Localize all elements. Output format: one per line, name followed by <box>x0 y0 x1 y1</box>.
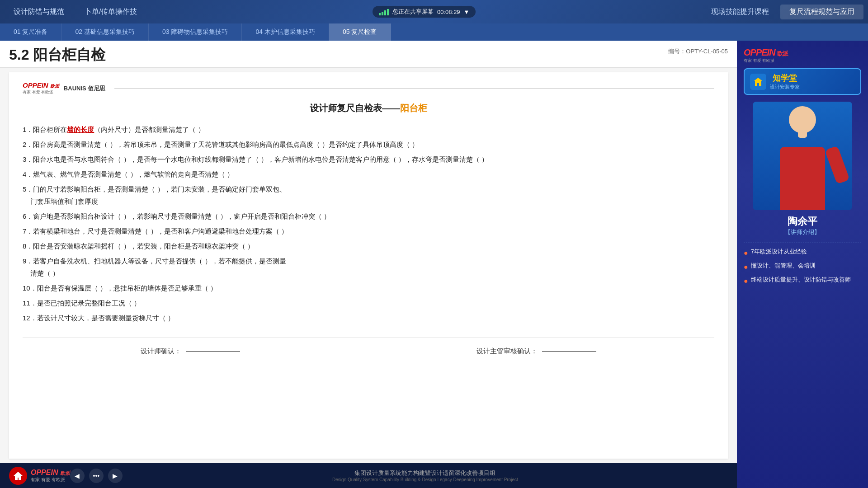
list-item: 4．燃气表、燃气管是否测量清楚（ ），燃气软管的走向是否清楚（ ） <box>23 168 714 180</box>
bullet-item-2: ● 懂设计、能管理、会培训 <box>744 260 861 274</box>
bullet-item-1: ● 7年欧派设计从业经验 <box>744 246 861 260</box>
bottom-logo-text: OPPEIN 欧派 <box>31 469 70 477</box>
signal-icon <box>379 8 389 15</box>
sub-nav-01[interactable]: 01 复尺准备 <box>0 23 61 41</box>
bullet-item-3: ● 终端设计质量提升、设计防错与改善师 <box>744 274 861 288</box>
sub-nav-02[interactable]: 02 基础信息采集技巧 <box>61 23 148 41</box>
teacher-arm <box>825 145 850 184</box>
bullet-text-2: 懂设计、能管理、会培训 <box>751 261 816 270</box>
list-item: 7．若有横梁和地台，尺寸是否测量清楚（ ），是否和客户沟通避梁和地台处理方案（ … <box>23 225 714 237</box>
designer-confirm: 设计师确认： <box>141 347 240 356</box>
oppein-brand-right: OPPEIN 欧派 有家 有爱 有欧派 <box>744 47 861 64</box>
manager-confirm-label: 设计主管审核确认： <box>476 347 538 356</box>
teacher-name: 陶余平 <box>788 215 817 228</box>
bottom-logo: OPPEIN 欧派 有家 有爱 有欧派 <box>9 467 70 485</box>
teacher-intro-label: 【讲师介绍】 <box>785 228 820 236</box>
bottom-bar: OPPEIN 欧派 有家 有爱 有欧派 ◀ ••• ▶ 集团设计质量系统能力构建… <box>0 463 737 488</box>
slide-main-title: 5.2 阳台柜自检 <box>9 45 105 65</box>
house-study-icon <box>753 77 763 87</box>
list-item: 2．阳台房高是否测量清楚（ ），若吊顶未吊，是否测量了天花管道或其他影响房高的最… <box>23 138 714 150</box>
teacher-neck <box>798 129 807 138</box>
slide-area: 5.2 阳台柜自检 编号：OPTY-CL-05-05 OPPEIN 欧派 有家 … <box>0 41 737 488</box>
bullet-text-1: 7年欧派设计从业经验 <box>751 247 807 256</box>
zhixuetang-subtitle: 设计安装专家 <box>770 84 800 90</box>
doc-main-title: 设计师复尺自检表——阳台柜 <box>23 102 714 114</box>
separator-line <box>114 88 714 89</box>
project-name-cn: 集团设计质量系统能力构建暨设计遗留深化改善项目组 <box>141 469 710 477</box>
teacher-body <box>780 147 825 210</box>
document-content: OPPEIN 欧派 有家 有爱 有欧派 BAUNIS 佰尼思 设计师复尺自检表—… <box>9 72 728 459</box>
designer-confirm-line <box>186 351 240 352</box>
teacher-image <box>753 102 852 210</box>
menu-button[interactable]: ••• <box>89 469 104 483</box>
divider <box>744 243 861 243</box>
brand-logos: OPPEIN 欧派 有家 有爱 有欧派 BAUNIS 佰尼思 <box>23 81 105 95</box>
bottom-logo-icon <box>9 467 27 485</box>
sub-nav-03[interactable]: 03 障碍物信息采集技巧 <box>149 23 242 41</box>
bottom-logo-sub: 有家 有爱 有欧派 <box>31 477 70 483</box>
bullet-dot-1: ● <box>744 248 748 258</box>
prev-button[interactable]: ◀ <box>70 469 85 483</box>
top-navigation: 设计防错与规范 卜单/传单操作技 忽正在共享屏幕 00:08:29 ▼ 现场技能… <box>0 0 868 23</box>
slide-title-bar: 5.2 阳台柜自检 编号：OPTY-CL-05-05 <box>0 41 737 68</box>
teacher-bullets: ● 7年欧派设计从业经验 ● 懂设计、能管理、会培训 ● 终端设计质量提升、设计… <box>744 246 861 288</box>
oppein-right-tagline: 有家 有爱 有欧派 <box>744 58 788 64</box>
nav-tab-measurement[interactable]: 复尺流程规范与应用 <box>780 5 863 19</box>
nav-tab-skills[interactable]: 现场技能提升课程 <box>702 5 778 19</box>
doc-title-highlight: 阳台柜 <box>400 103 427 113</box>
zhixuetang-icon <box>750 74 766 90</box>
oppein-right-logo: OPPEIN 欧派 <box>744 47 788 58</box>
list-item: 8．阳台是否安装晾衣架和摇杆（ ），若安装，阳台柜是否和晾衣架冲突（ ） <box>23 240 714 252</box>
baunis-logo: BAUNIS 佰尼思 <box>64 84 105 93</box>
slide-code: 编号：OPTY-CL-05-05 <box>668 47 728 56</box>
list-item: 6．窗户地是否影响阳台柜设计（ ），若影响尺寸是否测量清楚（ ），窗户开启是否和… <box>23 210 714 222</box>
sub-nav-04[interactable]: 04 木护信息采集技巧 <box>242 23 329 41</box>
list-item: 5．门的尺寸若影响阳台柜，是否测量清楚（ ），若门未安装，是否确定好门套单双包、… <box>23 183 714 207</box>
manager-confirm-line <box>542 351 596 352</box>
screen-share-time: 00:08:29 <box>437 9 460 15</box>
home-icon <box>13 470 24 481</box>
list-item: 12．若设计尺寸较大，是否需要测量货梯尺寸（ ） <box>23 312 714 324</box>
screen-share-indicator: 忽正在共享屏幕 00:08:29 ▼ <box>373 6 476 18</box>
nav-tab-order[interactable]: 卜单/传单操作技 <box>75 5 146 19</box>
project-name-en: Design Quality System Capability Buildin… <box>141 477 710 482</box>
sub-nav-05[interactable]: 05 复尺检查 <box>329 23 391 41</box>
bottom-controls: ◀ ••• ▶ <box>70 469 123 483</box>
screen-share-text: 忽正在共享屏幕 <box>392 8 434 16</box>
chevron-down-icon: ▼ <box>464 9 470 15</box>
next-button[interactable]: ▶ <box>108 469 123 483</box>
list-item: 10．阳台是否有保温层（ ），悬挂吊柜的墙体是否足够承重（ ） <box>23 282 714 294</box>
list-item: 1．阳台柜所在墙的长度（内外尺寸）是否都测量清楚了（ ） <box>23 123 714 136</box>
sub-navigation: 01 复尺准备 02 基础信息采集技巧 03 障碍物信息采集技巧 04 木护信息… <box>0 23 868 41</box>
oppein-logo: OPPEIN 欧派 有家 有爱 有欧派 <box>23 81 59 95</box>
checklist: 1．阳台柜所在墙的长度（内外尺寸）是否都测量清楚了（ ） 2．阳台房高是否测量清… <box>23 123 714 324</box>
doc-footer: 设计师确认： 设计主管审核确认： <box>23 338 714 356</box>
manager-confirm: 设计主管审核确认： <box>476 347 596 356</box>
bullet-dot-2: ● <box>744 262 748 272</box>
zhixuetang-badge: 知学堂 设计安装专家 <box>744 68 861 95</box>
nav-tab-design[interactable]: 设计防错与规范 <box>5 5 73 19</box>
bullet-text-3: 终端设计质量提升、设计防错与改善师 <box>751 275 851 284</box>
list-item: 11．是否已拍照记录完整阳台工况（ ） <box>23 297 714 309</box>
list-item: 3．阳台水电是否与水电图符合（ ），是否每一个水电位和灯线都测量清楚了（ ），客… <box>23 153 714 165</box>
doc-header: OPPEIN 欧派 有家 有爱 有欧派 BAUNIS 佰尼思 <box>23 81 714 95</box>
designer-confirm-label: 设计师确认： <box>141 347 181 356</box>
bullet-dot-3: ● <box>744 276 748 286</box>
list-item: 9．若客户自备洗衣机、扫地机器人等设备，尺寸是否提供（ ），若不能提供，是否测量… <box>23 255 714 279</box>
main-content: 5.2 阳台柜自检 编号：OPTY-CL-05-05 OPPEIN 欧派 有家 … <box>0 41 868 488</box>
bottom-center-text: 集团设计质量系统能力构建暨设计遗留深化改善项目组 Design Quality … <box>123 469 728 482</box>
right-sidebar: OPPEIN 欧派 有家 有爱 有欧派 知学堂 设计安装专家 <box>737 41 868 488</box>
zhixuetang-title: 知学堂 <box>770 73 800 84</box>
